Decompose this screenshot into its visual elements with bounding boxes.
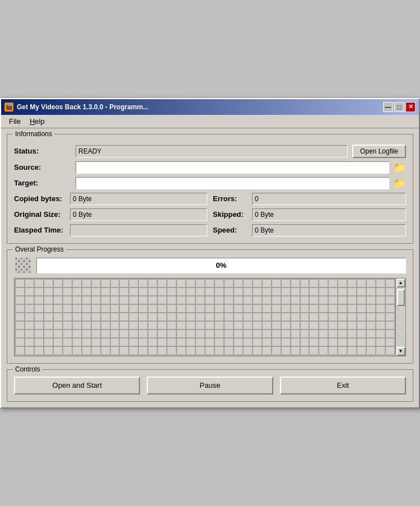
grid-cell (291, 346, 300, 355)
grid-cell (357, 329, 366, 338)
grid-cell (272, 338, 281, 346)
grid-cell (291, 304, 300, 313)
scroll-thumb[interactable] (397, 289, 405, 306)
grid-cell (15, 296, 25, 304)
grid-cell (234, 287, 243, 296)
grid-cell (72, 279, 82, 287)
grid-cell (157, 304, 167, 313)
size-skipped-row: Original Size: 0 Byte Skipped: 0 Byte (14, 208, 406, 221)
file-grid: ▲ ▼ (14, 278, 406, 356)
pause-button[interactable]: Pause (147, 377, 273, 394)
grid-cell (205, 313, 214, 321)
open-logfile-button[interactable]: Open Logfile (352, 145, 406, 158)
minimize-button[interactable]: — (383, 102, 393, 112)
grid-cell (205, 304, 214, 313)
grid-cell (234, 279, 243, 287)
grid-cell (328, 296, 338, 304)
grid-cell (25, 346, 34, 355)
menu-file[interactable]: File (6, 116, 24, 127)
grid-cell (291, 287, 300, 296)
grid-cell (281, 346, 291, 355)
source-input[interactable] (76, 161, 389, 174)
grid-cell (82, 346, 91, 355)
grid-cell (157, 321, 167, 329)
grid-cell (234, 296, 243, 304)
spinner-dot (21, 271, 23, 273)
source-folder-icon[interactable]: 📁 (393, 161, 406, 174)
grid-cell (91, 279, 101, 287)
grid-cell (243, 279, 253, 287)
grid-cell (357, 346, 366, 355)
target-folder-icon[interactable]: 📁 (393, 177, 406, 189)
grid-cell (82, 287, 91, 296)
grid-cell (176, 304, 186, 313)
grid-cell (101, 346, 110, 355)
grid-cell (234, 338, 243, 346)
copied-bytes-value: 0 Byte (70, 193, 207, 205)
grid-cell (176, 279, 186, 287)
spinner-dot (15, 266, 17, 268)
spinner-dot (26, 268, 28, 271)
grid-cell (376, 321, 385, 329)
grid-cell (34, 346, 44, 355)
grid-cell (243, 338, 253, 346)
spinner-dot (23, 266, 25, 268)
grid-cell (186, 329, 195, 338)
grid-cell (91, 321, 101, 329)
grid-cell (300, 313, 310, 321)
grid-cell (148, 279, 157, 287)
copied-bytes-pair: Copied bytes: 0 Byte (14, 193, 207, 205)
grid-cell (148, 304, 157, 313)
progress-bar: 0% (36, 258, 406, 273)
grid-cell (167, 287, 176, 296)
grid-cell (262, 346, 272, 355)
grid-cell (44, 329, 53, 338)
grid-cell (25, 279, 34, 287)
grid-cell (72, 296, 82, 304)
grid-cell (72, 321, 82, 329)
grid-cell (129, 346, 138, 355)
grid-cell (148, 287, 157, 296)
grid-cell (34, 313, 44, 321)
grid-cell (91, 304, 101, 313)
grid-cell (119, 296, 129, 304)
spinner-dot (26, 263, 28, 265)
scroll-down-button[interactable]: ▼ (396, 347, 405, 356)
grid-cell (63, 321, 72, 329)
errors-pair: Errors: 0 (213, 193, 406, 205)
grid-cell (63, 329, 72, 338)
grid-cell (224, 279, 234, 287)
grid-cell (138, 304, 148, 313)
grid-cell (281, 304, 291, 313)
grid-cell (214, 313, 224, 321)
open-and-start-button[interactable]: Open and Start (14, 377, 140, 394)
grid-cell (338, 321, 347, 329)
grid-cell (338, 329, 347, 338)
grid-cell (119, 313, 129, 321)
grid-cell (129, 279, 138, 287)
grid-cell (157, 296, 167, 304)
grid-cell (167, 296, 176, 304)
grid-cell (347, 304, 357, 313)
grid-cell (347, 313, 357, 321)
grid-cell (300, 304, 310, 313)
restore-button[interactable]: □ (394, 102, 404, 112)
grid-cell (253, 346, 262, 355)
grid-cell (15, 279, 25, 287)
grid-cell (72, 346, 82, 355)
grid-cell (385, 296, 395, 304)
grid-cell (195, 296, 205, 304)
grid-cell (119, 338, 129, 346)
grid-cell (34, 338, 44, 346)
grid-cell (357, 321, 366, 329)
scroll-up-button[interactable]: ▲ (396, 278, 405, 287)
close-button[interactable]: ✕ (405, 102, 416, 112)
target-input[interactable] (76, 177, 389, 189)
grid-cell (195, 346, 205, 355)
controls-row: Open and Start Pause Exit (14, 377, 406, 394)
exit-button[interactable]: Exit (280, 377, 406, 394)
grid-cell (376, 279, 385, 287)
grid-cell (214, 346, 224, 355)
grid-cell (101, 287, 110, 296)
menu-help[interactable]: Help (26, 116, 48, 127)
